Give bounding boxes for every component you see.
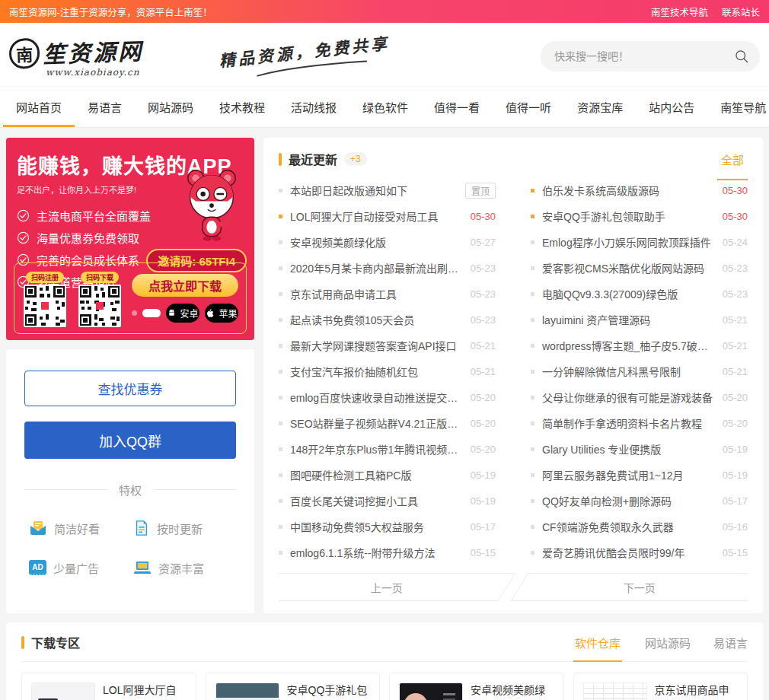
article-row[interactable]: layuimini 资产管理源码 05-21 <box>531 307 748 332</box>
search-input[interactable] <box>554 50 734 62</box>
article-row[interactable]: 爱客影视CMS米酷优化版网站源码 05-23 <box>531 255 748 281</box>
article-title: CF领端游免费领取永久武器 <box>542 519 715 534</box>
download-tab[interactable]: 软件仓库 <box>573 635 622 662</box>
article-title: 安卓QQ手游礼包领取助手 <box>542 208 715 224</box>
article-date: 05-15 <box>471 547 496 558</box>
article-title: 爱客影视CMS米酷优化版网站源码 <box>542 260 715 275</box>
article-row[interactable]: 百度长尾关键词挖掘小工具 05-19 <box>279 488 496 514</box>
article-title: 一分钟解除微信凡科黑号限制 <box>542 364 715 379</box>
article-date: 05-30 <box>471 211 496 222</box>
article-row[interactable]: 2020年5月某卡商内部最新流出刷钻代码 全... 05-23 <box>279 255 496 281</box>
article-row[interactable]: 148开2年京东Plus带1年腾讯视频会员 05-20 <box>279 436 496 462</box>
qr-download-label: 扫码下载 <box>81 272 119 283</box>
download-now-button[interactable]: 点我立即下载 <box>132 274 238 297</box>
download-card[interactable]: LOL阿狸大厅自动接受对局工具 <box>21 673 196 700</box>
article-date: 05-20 <box>471 418 496 429</box>
article-row[interactable]: wordpress博客主题_柚子皮5.7破解无限制版 05-21 <box>531 332 748 358</box>
join-qq-group-button[interactable]: 加入QQ群 <box>24 422 236 459</box>
article-row[interactable]: emlog百度快速收录自动推送提交插件 05-20 <box>279 384 496 410</box>
bullet-icon <box>531 215 534 218</box>
qr-register: 扫码注册 <box>22 269 68 327</box>
article-row[interactable]: 父母让你继承的很有可能是游戏装备 05-20 <box>531 384 748 410</box>
article-row[interactable]: 最新大学网课搜题答案查询API接口 05-21 <box>279 332 496 358</box>
download-card[interactable]: 京东试用商品申请工具 ★★★☆☆ / 2020-05- <box>573 673 748 700</box>
nav-item[interactable]: 南笙导航 <box>707 91 769 127</box>
bullet-icon <box>279 189 282 192</box>
nav-item[interactable]: 站内公告 <box>636 91 707 127</box>
article-row[interactable]: Glary Utilities 专业便携版 05-19 <box>531 436 748 462</box>
privilege-divider: 特权 <box>24 482 236 498</box>
recent-updates-title: 最近更新 <box>289 150 337 168</box>
nav-item-label: 活动线报 <box>291 101 337 114</box>
article-row[interactable]: CF领端游免费领取永久武器 05-16 <box>531 514 748 539</box>
article-title: 伯乐发卡系统高级版源码 <box>542 183 715 198</box>
article-title: layuimini 资产管理源码 <box>542 312 715 327</box>
search-button[interactable] <box>734 49 749 64</box>
bullet-icon <box>531 447 534 451</box>
article-row[interactable]: QQ好友单向检测+删除源码 05-17 <box>531 488 748 514</box>
article-title: wordpress博客主题_柚子皮5.7破解无限制版 <box>542 338 715 353</box>
article-title: 本站即日起改版通知如下 <box>290 183 458 198</box>
download-tab[interactable]: 网站源码 <box>645 635 691 651</box>
view-all-link[interactable]: 全部 <box>717 151 748 180</box>
nav-item[interactable]: 资源宝库 <box>564 91 636 127</box>
article-row[interactable]: emlog6.1.1系统--附带升级方法 05-15 <box>279 539 496 565</box>
bullet-icon <box>279 422 282 425</box>
qr-code-download-icon <box>78 285 121 327</box>
article-title: 148开2年京东Plus带1年腾讯视频会员 <box>290 441 463 457</box>
article-row[interactable]: 中国移动免费领5大权益服务 05-17 <box>279 514 496 539</box>
bullet-icon <box>531 370 534 374</box>
article-title: 安卓视频美颜绿化版 <box>290 234 463 250</box>
nav-item[interactable]: 易语言 <box>75 91 135 127</box>
apple-download-button[interactable]: 苹果 <box>205 304 238 323</box>
article-date: 05-30 <box>723 185 748 196</box>
article-row[interactable]: 阿里云服务器免费试用1~12月 05-19 <box>531 462 748 488</box>
article-row[interactable]: 爱奇艺腾讯优酷会员限时99/年 05-15 <box>531 539 748 565</box>
nav-item[interactable]: 值得一看 <box>421 91 493 127</box>
privilege-title: 特权 <box>119 482 142 498</box>
article-row[interactable]: 安卓视频美颜绿化版 05-27 <box>279 229 496 255</box>
nav-item[interactable]: 网站源码 <box>135 91 206 127</box>
article-row[interactable]: 安卓QQ手游礼包领取助手 05-30 <box>531 203 748 229</box>
search-icon <box>734 49 749 64</box>
ad-icon: AD <box>29 560 46 575</box>
article-row[interactable]: 伯乐发卡系统高级版源码 05-30 <box>531 177 748 203</box>
download-card-info: 安卓视频美颜绿化版 ★★★☆☆ / 2020-05- <box>471 682 554 700</box>
article-row[interactable]: Emlog程序小刀娱乐网同款顶踩插件 05-24 <box>531 229 748 255</box>
bullet-icon <box>279 473 282 477</box>
article-row[interactable]: 京东试用商品申请工具 05-23 <box>279 281 496 307</box>
nav-item[interactable]: 值得一听 <box>493 91 564 127</box>
article-row[interactable]: 支付宝汽车报价抽随机红包 05-21 <box>279 358 496 384</box>
bullet-icon <box>531 525 534 529</box>
article-row[interactable]: 本站即日起改版通知如下 置顶 <box>279 177 496 203</box>
download-tab[interactable]: 易语言 <box>713 635 748 651</box>
article-row[interactable]: SEO站群量子视频站群V4.21正版源码 05-20 <box>279 410 496 436</box>
nav-item[interactable]: 技术教程 <box>206 91 278 127</box>
find-coupon-button[interactable]: 查找优惠券 <box>24 371 236 406</box>
article-row[interactable]: 简单制作手拿透明资料卡名片教程 05-20 <box>531 410 748 436</box>
nav-item[interactable]: 绿色软件 <box>349 91 421 127</box>
nav-item[interactable]: 活动线报 <box>278 91 349 127</box>
perks-grid: 简洁好看 按时更新 AD 少量广告 <box>24 519 236 577</box>
article-row[interactable]: 电脑QQv9.3.3(27009)绿色版 05-23 <box>531 281 748 307</box>
site-header: 南 笙资源网 www.xiaobiaoy.cn 精品资源，免费共享 <box>0 23 769 90</box>
download-card-title: 京东试用商品申请工具 <box>655 682 739 700</box>
tab-label: 网站源码 <box>645 637 691 650</box>
download-card[interactable]: 安卓QQ手游礼包领取助手 <box>206 673 381 700</box>
next-page-button[interactable]: 下一页 <box>510 573 748 601</box>
article-row[interactable]: LOL阿狸大厅自动接受对局工具 05-30 <box>279 203 496 229</box>
nav-item[interactable]: 网站首页 <box>3 91 75 127</box>
contact-webmaster-link[interactable]: 联系站长 <box>722 5 760 19</box>
android-download-button[interactable]: 安卓 <box>166 304 199 323</box>
nav-item-label: 技术教程 <box>219 101 265 114</box>
tech-nav-link[interactable]: 南笙技术导航 <box>651 5 708 19</box>
article-row[interactable]: 一分钟解除微信凡科黑号限制 05-21 <box>531 358 748 384</box>
bullet-icon <box>279 266 282 270</box>
site-logo[interactable]: 南 笙资源网 www.xiaobiaoy.cn <box>9 35 143 78</box>
download-card[interactable]: 安卓视频美颜绿化版 ★★★☆☆ / 2020-05- <box>389 673 564 700</box>
ad-banner[interactable]: 能赚钱，赚大钱的APP 足不出户，让你月入上万不是梦! 主流电商平台全面覆盖 <box>6 138 254 340</box>
article-row[interactable]: 起点读书免费领105天会员 05-23 <box>279 307 496 332</box>
article-row[interactable]: 图吧硬件检测工具箱PC版 05-19 <box>279 462 496 488</box>
prev-page-button[interactable]: 上一页 <box>279 573 516 601</box>
ad-feature-text: 主流电商平台全面覆盖 <box>37 208 151 224</box>
